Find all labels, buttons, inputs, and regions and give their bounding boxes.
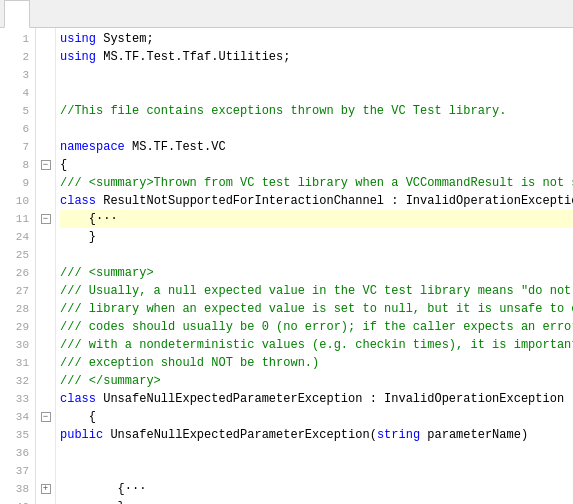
line-num: 36: [0, 444, 29, 462]
code-line: /// with a nondeterministic values (e.g.…: [60, 336, 573, 354]
line-num: 11: [0, 210, 29, 228]
line-num: 27: [0, 282, 29, 300]
code-line: }: [60, 228, 573, 246]
line-num: 2: [0, 48, 29, 66]
gutter-cell: [36, 372, 55, 390]
gutter-cell: [36, 30, 55, 48]
code-line: /// codes should usually be 0 (no error)…: [60, 318, 573, 336]
gutter-cell: [36, 444, 55, 462]
tab-compare[interactable]: [60, 0, 86, 28]
tab-blame[interactable]: [88, 0, 114, 28]
code-line: /// library when an expected value is se…: [60, 300, 573, 318]
line-num: 25: [0, 246, 29, 264]
gutter: −−−++: [36, 28, 56, 504]
code-line: class ResultNotSupportedForInteractionCh…: [60, 192, 573, 210]
tab-bar: [0, 0, 573, 28]
code-line: }: [60, 498, 573, 504]
gutter-cell: [36, 84, 55, 102]
gutter-cell: [36, 138, 55, 156]
line-num: 5: [0, 102, 29, 120]
code-line: /// Usually, a null expected value in th…: [60, 282, 573, 300]
gutter-cell: [36, 228, 55, 246]
gutter-cell: [36, 336, 55, 354]
line-num: 37: [0, 462, 29, 480]
code-line: class UnsafeNullExpectedParameterExcepti…: [60, 390, 573, 408]
gutter-cell[interactable]: −: [36, 408, 55, 426]
code-line: {: [60, 408, 573, 426]
line-num: 33: [0, 390, 29, 408]
line-num: 26: [0, 264, 29, 282]
gutter-cell: [36, 102, 55, 120]
line-num: 38: [0, 480, 29, 498]
gutter-cell: [36, 300, 55, 318]
code-line: {: [60, 156, 573, 174]
code-line: [60, 246, 573, 264]
code-line: [60, 66, 573, 84]
gutter-cell: [36, 318, 55, 336]
gutter-cell[interactable]: +: [36, 480, 55, 498]
gutter-cell: [36, 282, 55, 300]
gutter-cell: [36, 264, 55, 282]
line-num: 34: [0, 408, 29, 426]
collapse-icon[interactable]: −: [41, 214, 51, 224]
code-content: using System;using MS.TF.Test.Tfaf.Utili…: [56, 28, 573, 504]
code-area: 1234567891011242526272829303132333435363…: [0, 28, 573, 504]
code-line: /// <summary>: [60, 264, 573, 282]
code-line: public UnsafeNullExpectedParameterExcept…: [60, 426, 573, 444]
gutter-cell: [36, 192, 55, 210]
code-line: {···: [60, 480, 573, 498]
gutter-cell: [36, 498, 55, 504]
code-line: [60, 462, 573, 480]
tab-contents[interactable]: [4, 0, 30, 28]
gutter-cell: [36, 120, 55, 138]
collapse-icon[interactable]: −: [41, 160, 51, 170]
gutter-cell: [36, 426, 55, 444]
gutter-cell[interactable]: −: [36, 210, 55, 228]
line-num: 24: [0, 228, 29, 246]
code-line: {···: [60, 210, 573, 228]
line-num: 7: [0, 138, 29, 156]
line-num: 29: [0, 318, 29, 336]
tab-history[interactable]: [32, 0, 58, 28]
code-line: using System;: [60, 30, 573, 48]
code-line: [60, 444, 573, 462]
line-num: 1: [0, 30, 29, 48]
code-line: /// </summary>: [60, 372, 573, 390]
collapse-icon[interactable]: −: [41, 412, 51, 422]
line-num: 6: [0, 120, 29, 138]
line-num: 4: [0, 84, 29, 102]
gutter-cell: [36, 48, 55, 66]
gutter-cell: [36, 174, 55, 192]
line-num: 8: [0, 156, 29, 174]
app-container: 1234567891011242526272829303132333435363…: [0, 0, 573, 504]
gutter-cell: [36, 354, 55, 372]
line-num: 32: [0, 372, 29, 390]
gutter-cell: [36, 66, 55, 84]
line-num: 40: [0, 498, 29, 504]
gutter-cell: [36, 462, 55, 480]
expand-icon[interactable]: +: [41, 484, 51, 494]
line-num: 31: [0, 354, 29, 372]
gutter-cell: [36, 246, 55, 264]
line-num: 30: [0, 336, 29, 354]
line-num: 35: [0, 426, 29, 444]
code-line: //This file contains exceptions thrown b…: [60, 102, 573, 120]
line-num: 9: [0, 174, 29, 192]
code-line: [60, 120, 573, 138]
line-num: 3: [0, 66, 29, 84]
code-line: using MS.TF.Test.Tfaf.Utilities;: [60, 48, 573, 66]
gutter-cell: [36, 390, 55, 408]
code-line: [60, 84, 573, 102]
code-line: /// <summary>Thrown from VC test library…: [60, 174, 573, 192]
gutter-cell[interactable]: −: [36, 156, 55, 174]
line-num: 10: [0, 192, 29, 210]
line-num: 28: [0, 300, 29, 318]
line-numbers: 1234567891011242526272829303132333435363…: [0, 28, 36, 504]
code-line: namespace MS.TF.Test.VC: [60, 138, 573, 156]
code-line: /// exception should NOT be thrown.): [60, 354, 573, 372]
